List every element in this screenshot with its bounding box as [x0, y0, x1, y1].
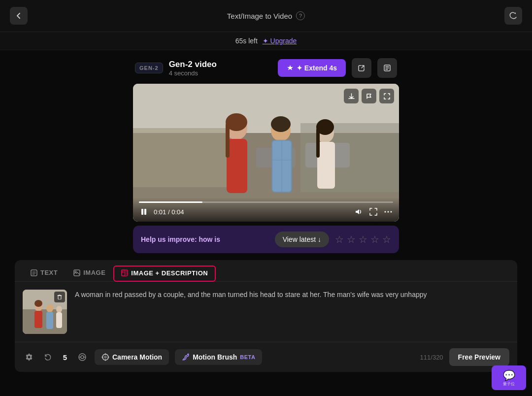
svg-rect-21: [316, 128, 320, 158]
share-button[interactable]: [352, 58, 371, 78]
tab-image-description[interactable]: IMAGE + DESCRIPTION: [113, 265, 216, 282]
beta-badge: BETA: [240, 354, 255, 360]
flag-button[interactable]: [362, 89, 376, 103]
video-info: Gen-2 video 4 seconds: [169, 60, 272, 77]
header-center: Text/Image to Video ?: [227, 11, 305, 20]
star-5[interactable]: ☆: [382, 233, 391, 245]
free-preview-label: Free Preview: [458, 353, 500, 361]
svg-point-47: [188, 354, 189, 355]
extend-button[interactable]: ✦ Extend 4s: [278, 59, 346, 77]
upgrade-link[interactable]: ✦ Upgrade: [263, 37, 297, 45]
camera-motion-label: Camera Motion: [112, 353, 162, 361]
tab-image-label: IMAGE: [83, 269, 105, 276]
svg-point-38: [46, 304, 53, 312]
watermark-icon: 💬: [503, 369, 515, 381]
char-count-display: 111/320: [420, 354, 443, 361]
svg-point-26: [391, 211, 392, 213]
gen2-badge: GEN-2: [135, 63, 163, 73]
svg-point-37: [34, 300, 42, 307]
prompt-content: A woman in red passed by a couple, and t…: [15, 282, 517, 342]
prompt-text[interactable]: A woman in red passed by a couple, and t…: [75, 290, 509, 300]
redo-button[interactable]: [504, 7, 522, 25]
camera-motion-button[interactable]: Camera Motion: [95, 349, 169, 365]
feedback-text: Help us improve: how is: [141, 235, 269, 243]
fullscreen-button[interactable]: [368, 207, 378, 217]
watermark-text: 量子位: [503, 381, 515, 387]
time-display: 0:01 / 0:04: [154, 208, 349, 216]
tab-text-label: TEXT: [40, 269, 58, 276]
undo-button[interactable]: [41, 351, 54, 363]
view-latest-button[interactable]: View latest ↓: [275, 231, 329, 247]
adjust-button[interactable]: [76, 351, 89, 363]
tab-text[interactable]: TEXT: [23, 265, 66, 281]
view-latest-label: View latest ↓: [283, 235, 321, 243]
back-button[interactable]: [10, 7, 28, 25]
progress-fill: [139, 201, 202, 203]
bottom-toolbar: 5 Camera Motion Motion Brush: [15, 342, 517, 372]
prompt-thumbnail: [23, 290, 67, 334]
settings-button[interactable]: [23, 351, 35, 363]
controls-row: 0:01 / 0:04: [139, 207, 393, 217]
main-content: GEN-2 Gen-2 video 4 seconds ✦ Extend 4s: [0, 50, 532, 253]
video-top-controls: [344, 89, 394, 103]
svg-point-24: [385, 211, 386, 213]
header: Text/Image to Video ?: [0, 0, 532, 32]
svg-rect-19: [317, 142, 335, 189]
star-4[interactable]: ☆: [370, 233, 379, 245]
svg-rect-41: [56, 312, 62, 328]
svg-rect-9: [227, 139, 247, 193]
svg-point-25: [388, 211, 389, 213]
star-1[interactable]: ☆: [335, 233, 344, 245]
svg-point-43: [81, 356, 84, 359]
video-card-header: GEN-2 Gen-2 video 4 seconds ✦ Extend 4s: [133, 58, 399, 78]
upgrade-bar: 65s left ✦ Upgrade: [0, 32, 532, 50]
feedback-bar: Help us improve: how is View latest ↓ ☆ …: [133, 226, 399, 253]
watermark-inner: 💬 量子位: [503, 369, 515, 387]
tabs-row: TEXT IMAGE IMAGE + DESCRIPTION: [15, 260, 517, 282]
svg-rect-22: [141, 209, 143, 215]
delete-thumbnail-button[interactable]: [54, 292, 65, 302]
time-left: 65s left: [235, 37, 258, 45]
steps-display: 5: [60, 353, 70, 362]
notes-button[interactable]: [377, 58, 397, 78]
svg-point-29: [75, 271, 76, 272]
svg-rect-39: [46, 312, 53, 329]
stars-row: ☆ ☆ ☆ ☆ ☆: [335, 233, 391, 245]
svg-rect-4: [133, 128, 232, 187]
star-2[interactable]: ☆: [347, 233, 356, 245]
more-options-button[interactable]: [383, 210, 393, 214]
time-current: 0:01: [154, 208, 166, 216]
video-controls: 0:01 / 0:04: [133, 198, 399, 222]
video-card: GEN-2 Gen-2 video 4 seconds ✦ Extend 4s: [133, 58, 399, 84]
video-title: Gen-2 video: [169, 60, 272, 69]
free-preview-button[interactable]: Free Preview: [449, 348, 509, 366]
expand-button[interactable]: [379, 89, 394, 103]
download-button[interactable]: [344, 89, 359, 103]
volume-button[interactable]: [354, 207, 364, 217]
video-duration: 4 seconds: [169, 69, 272, 77]
motion-brush-label: Motion Brush: [193, 353, 237, 361]
svg-rect-11: [226, 123, 230, 158]
progress-bar[interactable]: [139, 201, 393, 203]
play-pause-button[interactable]: [139, 207, 149, 217]
extend-label: ✦ Extend 4s: [297, 64, 337, 72]
watermark: 💬 量子位: [492, 365, 526, 390]
tab-image-desc-label: IMAGE + DESCRIPTION: [131, 269, 208, 277]
prompt-area: TEXT IMAGE IMAGE + DESCRIPTION: [15, 260, 517, 372]
motion-brush-button[interactable]: Motion Brush BETA: [175, 349, 262, 365]
video-player: 0:01 / 0:04: [133, 84, 399, 222]
help-icon[interactable]: ?: [296, 11, 305, 20]
svg-rect-23: [144, 209, 146, 215]
svg-point-14: [271, 116, 291, 132]
svg-rect-31: [122, 270, 125, 276]
star-3[interactable]: ☆: [359, 233, 367, 245]
time-total: 0:04: [171, 208, 184, 216]
tab-image[interactable]: IMAGE: [66, 265, 113, 281]
svg-point-40: [56, 306, 62, 313]
header-title: Text/Image to Video: [227, 12, 292, 20]
svg-rect-36: [34, 311, 42, 328]
